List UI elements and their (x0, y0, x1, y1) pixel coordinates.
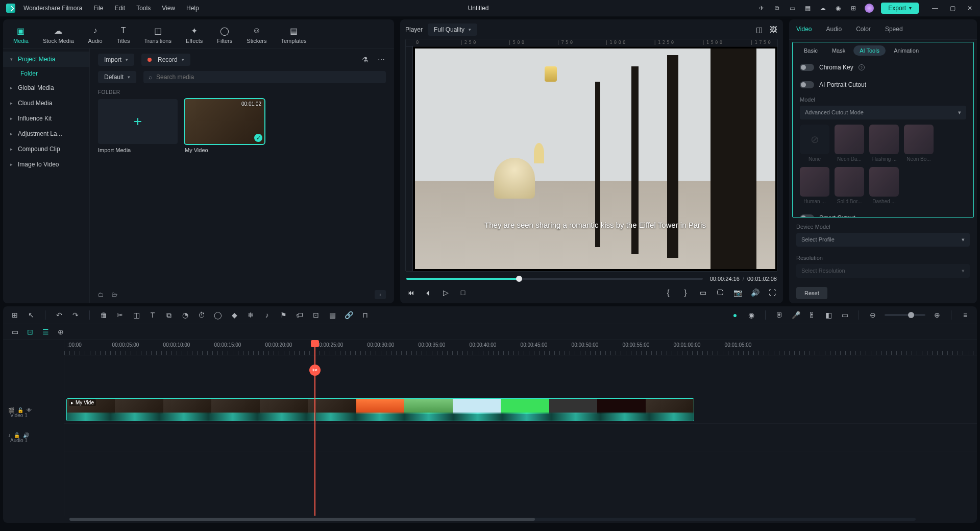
model-select[interactable]: Advanced Cutout Mode▾ (800, 106, 966, 119)
track-lock-icon[interactable]: ⊕ (56, 327, 65, 336)
quality-dropdown[interactable]: Full Quality▾ (428, 23, 477, 36)
subtab-animation[interactable]: Animation (888, 45, 925, 56)
copy-icon[interactable]: ⧉ (164, 310, 174, 320)
cutout-human[interactable]: Human ... (800, 167, 829, 204)
sidebar-global-media[interactable]: ▸Global Media (3, 80, 89, 95)
timeline-tracks[interactable]: :00:0000:00:05:0000:00:10:0000:00:15:000… (64, 340, 977, 516)
tab-audio[interactable]: ♪Audio (84, 23, 107, 46)
sidebar-influence-kit[interactable]: ▸Influence Kit (3, 111, 89, 126)
menu-view[interactable]: View (162, 5, 175, 12)
subtab-ai-tools[interactable]: AI Tools (853, 45, 886, 56)
text-icon[interactable]: T (148, 310, 157, 320)
sidebar-adjustment-layer[interactable]: ▸Adjustment La... (3, 126, 89, 141)
step-back-icon[interactable]: ⏴ (424, 288, 433, 297)
audio-track-lane[interactable] (64, 424, 977, 451)
device-model-select[interactable]: Select Profile▾ (796, 233, 970, 247)
subtab-mask[interactable]: Mask (826, 45, 851, 56)
snapshot-icon[interactable]: 🖼 (769, 25, 778, 34)
split-icon[interactable]: ✂ (115, 310, 125, 320)
audio-track-header[interactable]: ♪🔓🔊 (3, 421, 64, 449)
sort-dropdown[interactable]: Default▾ (98, 71, 136, 83)
timeline-ruler[interactable]: :00:0000:00:05:0000:00:10:0000:00:15:000… (64, 340, 977, 355)
undo-icon[interactable]: ↶ (55, 310, 64, 320)
toolbar-select-icon[interactable]: ↖ (27, 310, 36, 320)
display-icon[interactable]: 🖵 (716, 288, 725, 297)
new-bin-icon[interactable]: 🗁 (111, 291, 117, 298)
scissors-icon[interactable]: ✂ (309, 365, 321, 376)
lock-icon[interactable]: 🔓 (14, 432, 20, 438)
tab-titles[interactable]: TTitles (113, 23, 134, 46)
cutout-solid-border[interactable]: Solid Bor... (835, 167, 864, 204)
sidebar-compound-clip[interactable]: ▸Compound Clip (3, 141, 89, 157)
mark-in-icon[interactable]: { (664, 288, 673, 297)
close-icon[interactable]: ✕ (966, 4, 974, 12)
stop-icon[interactable]: □ (458, 288, 468, 297)
delete-icon[interactable]: 🗑 (99, 310, 108, 320)
import-dropdown[interactable]: Import▾ (98, 54, 134, 66)
ratio-icon[interactable]: ▭ (698, 288, 707, 297)
tab-filters[interactable]: ◯Filters (213, 23, 236, 46)
tab-effects[interactable]: ✦Effects (182, 23, 207, 46)
inbox-icon[interactable]: ⧉ (773, 4, 781, 12)
zoom-out-icon[interactable]: ⊖ (868, 310, 877, 320)
tab-video-props[interactable]: Video (796, 26, 812, 34)
track-link-icon[interactable]: ⊡ (26, 327, 35, 336)
mic-icon[interactable]: 🎤 (791, 310, 800, 320)
track-add-icon[interactable]: ▭ (10, 327, 19, 336)
chroma-key-toggle[interactable] (800, 64, 814, 71)
cloud-icon[interactable]: ☁ (819, 4, 827, 12)
new-folder-icon[interactable]: 🗀 (98, 291, 104, 298)
scrub-slider[interactable] (406, 278, 703, 280)
cutout-dashed[interactable]: Dashed ... (869, 167, 899, 204)
help-icon[interactable]: ? (859, 64, 865, 70)
tab-speed-props[interactable]: Speed (885, 26, 903, 34)
tab-transitions[interactable]: ◫Transitions (140, 23, 176, 46)
group-icon[interactable]: ⊡ (311, 310, 321, 320)
help-icon[interactable]: ◉ (834, 4, 842, 12)
lock-icon[interactable]: 🔓 (17, 407, 23, 413)
freeze-icon[interactable]: ❄ (246, 310, 255, 320)
zoom-in-icon[interactable]: ⊕ (933, 310, 942, 320)
zoom-slider[interactable] (885, 314, 925, 316)
redo-icon[interactable]: ↷ (71, 310, 80, 320)
magnet-icon[interactable]: ⊓ (360, 310, 370, 320)
cutout-none[interactable]: ⊘None (800, 125, 829, 162)
tab-color-props[interactable]: Color (856, 26, 871, 34)
shield-icon[interactable]: ⛨ (775, 310, 784, 320)
mixer-icon[interactable]: 🎚 (807, 310, 817, 320)
camera-icon[interactable]: 📷 (733, 288, 742, 297)
portrait-cutout-toggle[interactable] (800, 81, 814, 88)
scrub-handle[interactable] (516, 276, 522, 282)
more-icon[interactable]: ⋯ (377, 55, 386, 64)
library-icon[interactable]: ▦ (803, 4, 812, 12)
mute-icon[interactable]: 👁 (27, 407, 32, 413)
video-track-lane[interactable]: ▸My Vide (64, 396, 977, 424)
mark-out-icon[interactable]: } (681, 288, 690, 297)
detach-audio-icon[interactable]: ♪ (262, 310, 272, 320)
import-media-tile[interactable]: + Import Media (98, 99, 178, 153)
keyframe-icon[interactable]: ◆ (230, 310, 239, 320)
speed-icon[interactable]: ⏱ (197, 310, 206, 320)
cutout-neon-border[interactable]: Neon Bo... (904, 125, 934, 162)
speaker-icon[interactable]: 🔊 (23, 432, 29, 438)
media-thumb-my-video[interactable]: 00:01:02 ✓ My Video (185, 99, 264, 153)
marker-icon[interactable]: ⚑ (279, 310, 288, 320)
search-input[interactable] (156, 74, 381, 81)
send-icon[interactable]: ✈ (757, 4, 766, 12)
resolution-select[interactable]: Select Resolution▾ (796, 264, 970, 278)
user-avatar[interactable] (865, 4, 874, 13)
apps-icon[interactable]: ⊞ (849, 4, 857, 12)
fullscreen-icon[interactable]: ⛶ (768, 288, 777, 297)
menu-edit[interactable]: Edit (115, 5, 126, 12)
sidebar-folder[interactable]: Folder (3, 67, 89, 80)
sidebar-image-to-video[interactable]: ▸Image to Video (3, 157, 89, 172)
adjust-icon[interactable]: ◧ (824, 310, 833, 320)
filter-icon[interactable]: ⚗ (360, 55, 370, 64)
toolbar-layout-icon[interactable]: ⊞ (10, 310, 19, 320)
ai-audio-icon[interactable]: ◉ (747, 310, 756, 320)
menu-help[interactable]: Help (186, 5, 199, 12)
crop-icon[interactable]: ◫ (132, 310, 141, 320)
timeline-scrollbar[interactable] (3, 516, 977, 523)
volume-icon[interactable]: 🔊 (750, 288, 760, 297)
monitor-icon[interactable]: ▭ (788, 4, 796, 12)
